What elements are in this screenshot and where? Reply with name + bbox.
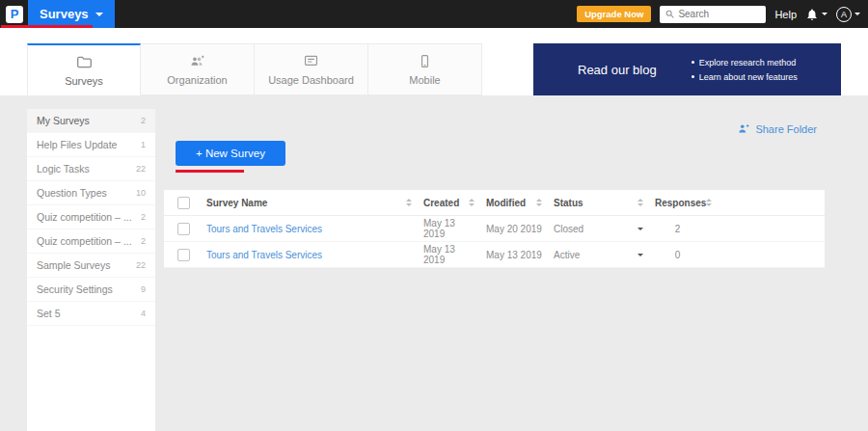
tab-label: Usage Dashboard	[268, 74, 354, 86]
chevron-down-icon	[854, 13, 860, 15]
created-date: May 13 2019	[420, 216, 482, 241]
sidebar-item-count: 1	[141, 140, 146, 149]
sort-icon[interactable]	[536, 199, 542, 206]
help-link[interactable]: Help	[774, 9, 797, 20]
sidebar-item-count: 22	[136, 260, 146, 270]
sidebar-item-help-files-update[interactable]: Help Files Update 1	[27, 133, 155, 157]
tab-surveys[interactable]: Surveys	[27, 43, 141, 95]
chevron-down-icon	[637, 228, 643, 230]
account-menu[interactable]: A	[836, 7, 860, 22]
sort-icon[interactable]	[637, 199, 643, 206]
blog-bullet: Learn about new features	[692, 72, 798, 82]
col-header-status: Status	[554, 198, 583, 208]
sidebar-item-quiz-competition-2[interactable]: Quiz competition – ... 2	[27, 229, 155, 254]
status-dropdown[interactable]	[637, 228, 643, 230]
blog-bullet-text: Explore research method	[699, 58, 797, 67]
content-area: My Surveys 2 Help Files Update 1 Logic T…	[0, 95, 868, 431]
sort-icon[interactable]	[406, 199, 412, 206]
tab-label: Surveys	[65, 75, 103, 87]
modified-date: May 20 2019	[482, 216, 550, 241]
created-date: May 13 2019	[420, 242, 482, 267]
surveys-app-menu-label: Surveys	[40, 7, 89, 21]
col-header-modified: Modified	[486, 198, 526, 208]
notifications-button[interactable]	[805, 8, 827, 21]
sidebar-item-label: Logic Tasks	[37, 163, 90, 175]
chevron-down-icon	[637, 254, 643, 256]
avatar: A	[836, 7, 852, 22]
blog-title: Read our blog	[578, 63, 657, 77]
sidebar-item-label: Sample Surveys	[37, 259, 110, 271]
select-all-checkbox[interactable]	[177, 197, 190, 209]
tab-mobile[interactable]: Mobile	[368, 43, 482, 95]
folder-icon	[76, 54, 93, 70]
table-header-row: Survey Name Created Modified Status	[164, 190, 825, 216]
sidebar-item-count: 10	[136, 188, 146, 198]
row-checkbox[interactable]	[177, 223, 190, 235]
chevron-down-icon	[95, 13, 103, 16]
sidebar-item-security-settings[interactable]: Security Settings 9	[27, 278, 155, 302]
col-header-survey-name: Survey Name	[206, 198, 267, 208]
share-folder-icon	[736, 121, 750, 136]
sidebar-item-set-5[interactable]: Set 5 4	[27, 302, 155, 326]
status-value: Active	[554, 250, 580, 260]
app-logo[interactable]: P	[6, 6, 23, 23]
blog-bullet-list: Explore research method Learn about new …	[692, 58, 798, 82]
sort-icon[interactable]	[706, 199, 712, 206]
tab-label: Organization	[167, 74, 227, 86]
sort-icon[interactable]	[469, 199, 475, 206]
main-panel: Share Folder + New Survey Survey Name Cr…	[164, 95, 825, 431]
tab-usage-dashboard[interactable]: Usage Dashboard	[255, 43, 368, 95]
table-row: Tours and Travels Services May 13 2019 M…	[164, 242, 825, 268]
sidebar-item-quiz-competition-1[interactable]: Quiz competition – ... 2	[27, 205, 155, 229]
search-input[interactable]	[678, 9, 761, 19]
sidebar-item-question-types[interactable]: Question Types 10	[27, 181, 155, 205]
search-box[interactable]	[660, 6, 766, 23]
annotation-underline-new-survey	[176, 170, 244, 173]
sidebar-item-label: My Surveys	[37, 115, 90, 126]
status-dropdown[interactable]	[637, 254, 643, 256]
sidebar-item-count: 2	[141, 236, 146, 246]
avatar-letter: A	[841, 10, 847, 19]
share-folder-label: Share Folder	[755, 123, 817, 135]
bullet-dot-icon	[692, 61, 694, 64]
sidebar-item-label: Security Settings	[37, 283, 113, 295]
usage-dashboard-icon	[303, 53, 319, 69]
sidebar-item-logic-tasks[interactable]: Logic Tasks 22	[27, 157, 155, 181]
sidebar-item-sample-surveys[interactable]: Sample Surveys 22	[27, 254, 155, 278]
sidebar-item-count: 2	[141, 212, 146, 222]
sidebar-item-label: Set 5	[37, 308, 61, 319]
annotation-underline-logo	[1, 25, 93, 28]
topbar: P Surveys Upgrade Now Help A	[0, 0, 868, 28]
surveys-app-menu[interactable]: Surveys	[28, 0, 115, 28]
search-icon	[665, 9, 675, 19]
tab-organization[interactable]: Organization	[141, 43, 255, 95]
modified-date: May 13 2019	[482, 242, 550, 267]
logo-letter: P	[11, 7, 19, 21]
table-row: Tours and Travels Services May 13 2019 M…	[164, 216, 825, 242]
sidebar-item-count: 9	[141, 284, 146, 294]
bullet-dot-icon	[692, 75, 694, 78]
sidebar-item-label: Quiz competition – ...	[37, 235, 132, 247]
new-survey-button[interactable]: + New Survey	[176, 141, 285, 166]
sidebar-item-label: Quiz competition – ...	[37, 211, 132, 223]
sidebar-item-label: Question Types	[37, 187, 107, 199]
app-window: P Surveys Upgrade Now Help A	[0, 0, 868, 431]
blog-panel[interactable]: Read our blog Explore research method Le…	[533, 43, 841, 95]
topbar-right: Upgrade Now Help A	[577, 6, 868, 23]
organization-icon	[189, 53, 205, 69]
sidebar-item-count: 4	[141, 309, 146, 318]
folders-sidebar: My Surveys 2 Help Files Update 1 Logic T…	[27, 109, 155, 431]
sidebar-item-count: 2	[141, 116, 146, 125]
sidebar-item-label: Help Files Update	[37, 139, 117, 150]
sidebar-item-my-surveys[interactable]: My Surveys 2	[27, 109, 155, 133]
survey-name-link[interactable]: Tours and Travels Services	[206, 250, 322, 260]
responses-count: 0	[651, 242, 704, 267]
tab-label: Mobile	[409, 74, 440, 86]
share-folder-link[interactable]: Share Folder	[736, 121, 817, 136]
status-value: Closed	[554, 224, 583, 234]
row-checkbox[interactable]	[177, 249, 190, 261]
surveys-table: Survey Name Created Modified Status	[164, 190, 825, 268]
mobile-icon	[417, 53, 433, 69]
survey-name-link[interactable]: Tours and Travels Services	[206, 224, 322, 234]
upgrade-now-button[interactable]: Upgrade Now	[577, 6, 651, 22]
